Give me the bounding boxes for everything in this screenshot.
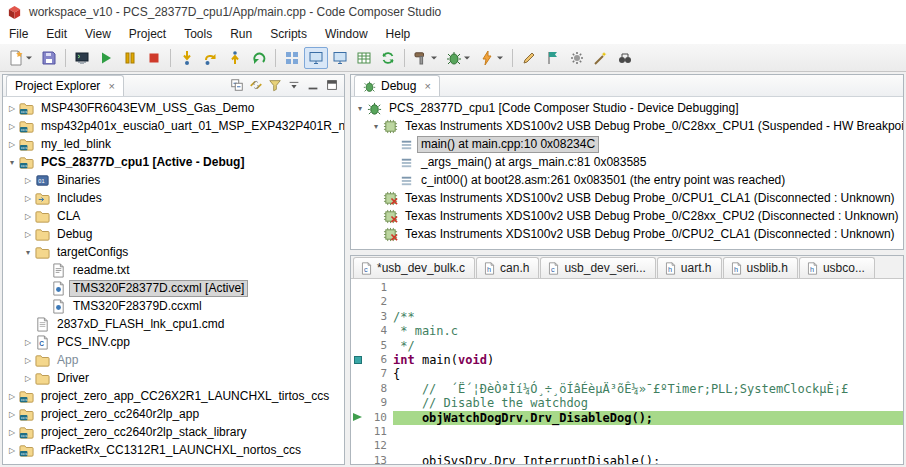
menu-window[interactable]: Window	[316, 25, 377, 43]
save-button[interactable]	[37, 47, 61, 69]
maximize-icon[interactable]	[325, 78, 339, 92]
expander-icon[interactable]: ▷	[6, 104, 18, 113]
line-number[interactable]: 11	[365, 425, 393, 439]
new-file-button[interactable]	[4, 47, 37, 69]
close-icon[interactable]: ×	[424, 81, 430, 92]
tree-item-active-project[interactable]: ▾PCS_28377D_cpu1 [Active - Debug]	[3, 153, 344, 171]
filter-icon[interactable]	[268, 78, 282, 92]
stack-frame-item-selected[interactable]: main() at main.cpp:10 0x08234C	[351, 135, 903, 153]
line-number[interactable]: 2	[365, 295, 393, 309]
line-number[interactable]: 7	[365, 367, 393, 381]
editor-tab[interactable]: *usb_dev_bulk.c	[353, 257, 475, 278]
editor-tab[interactable]: usb_dev_seri...	[540, 257, 655, 278]
link-with-editor-icon[interactable]	[249, 78, 263, 92]
view-menu-icon[interactable]	[287, 78, 301, 92]
tree-item[interactable]: ▷Debug	[3, 225, 344, 243]
code-line[interactable]: 2	[351, 295, 903, 309]
tree-item[interactable]: ▷Binaries	[3, 171, 344, 189]
expander-icon[interactable]: ▷	[22, 176, 34, 185]
restart-button[interactable]	[247, 47, 271, 69]
menu-project[interactable]: Project	[120, 25, 175, 43]
stack-frame-item[interactable]: _args_main() at args_main.c:81 0x083585	[351, 153, 903, 171]
line-number[interactable]: 10	[365, 411, 393, 425]
tree-item[interactable]: TMS320F28379D.ccxml	[3, 297, 344, 315]
expander-icon[interactable]: ▷	[22, 230, 34, 239]
line-number[interactable]: 13	[365, 454, 393, 464]
editor-tab[interactable]: usbco...	[799, 257, 875, 278]
code-line[interactable]: 12	[351, 439, 903, 453]
menu-tools[interactable]: Tools	[175, 25, 221, 43]
line-number[interactable]: 4	[365, 324, 393, 338]
step-into-button[interactable]	[175, 47, 199, 69]
code-line[interactable]: 9 // Disable the watchdog	[351, 396, 903, 410]
line-number[interactable]: 5	[365, 339, 393, 353]
expander-icon[interactable]: ▷	[22, 194, 34, 203]
expander-icon[interactable]: ▷	[6, 410, 18, 419]
target-console-button[interactable]	[328, 47, 352, 69]
expander-icon[interactable]: ▾	[370, 122, 382, 131]
tree-item[interactable]: readme.txt	[3, 261, 344, 279]
refresh-button[interactable]	[376, 47, 400, 69]
tree-item[interactable]: ▷CLA	[3, 207, 344, 225]
expander-icon[interactable]: ▷	[22, 374, 34, 383]
expander-icon[interactable]: ▷	[6, 392, 18, 401]
tree-item[interactable]: ▷PCS_INV.cpp	[3, 333, 344, 351]
expander-icon[interactable]: ▷	[22, 212, 34, 221]
line-number[interactable]: 1	[365, 281, 393, 295]
menu-edit[interactable]: Edit	[37, 25, 76, 43]
close-icon[interactable]: ×	[108, 81, 114, 92]
tree-item[interactable]: ▷Driver	[3, 369, 344, 387]
menu-view[interactable]: View	[76, 25, 120, 43]
tab-project-explorer[interactable]: Project Explorer ×	[6, 75, 124, 96]
tree-item[interactable]: ▷Includes	[3, 189, 344, 207]
suspend-button[interactable]	[118, 47, 142, 69]
debug-core-item[interactable]: Texas Instruments XDS100v2 USB Debug Pro…	[351, 225, 903, 243]
expander-icon[interactable]: ▷	[22, 338, 34, 347]
code-line[interactable]: 1	[351, 281, 903, 295]
flash-button[interactable]	[475, 47, 508, 69]
tree-item[interactable]: ▷project_zero_cc2640r2lp_stack_library	[3, 423, 344, 441]
flag-button[interactable]	[541, 47, 565, 69]
menu-help[interactable]: Help	[377, 25, 420, 43]
code-line[interactable]: 6int main(void)	[351, 353, 903, 367]
editor-tab[interactable]: usblib.h	[723, 257, 798, 278]
code-line[interactable]: 7{	[351, 367, 903, 381]
tree-item[interactable]: ▾targetConfigs	[3, 243, 344, 261]
tree-item[interactable]: ▷my_led_blink	[3, 135, 344, 153]
code-line[interactable]: 4 * main.c	[351, 324, 903, 338]
tree-item[interactable]: ▷MSP430FR6043EVM_USS_Gas_Demo	[3, 99, 344, 117]
expander-icon[interactable]: ▷	[22, 356, 34, 365]
settings-button[interactable]	[565, 47, 589, 69]
debug-button[interactable]	[442, 47, 475, 69]
wand-button[interactable]	[589, 47, 613, 69]
tree-item[interactable]: ▷project_zero_app_CC26X2R1_LAUNCHXL_tirt…	[3, 387, 344, 405]
debug-core-item[interactable]: Texas Instruments XDS100v2 USB Debug Pro…	[351, 189, 903, 207]
code-line[interactable]: 13 objSysDrv.Drv_InterruptDisable();	[351, 454, 903, 464]
console-button[interactable]	[70, 47, 94, 69]
stack-frame-item[interactable]: c_int00() at boot28.asm:261 0x083501 (th…	[351, 171, 903, 189]
minimize-icon[interactable]	[306, 78, 320, 92]
expander-icon[interactable]: ▷	[6, 140, 18, 149]
expander-icon[interactable]: ▾	[22, 248, 34, 257]
debug-core-item[interactable]: ▾Texas Instruments XDS100v2 USB Debug Pr…	[351, 117, 903, 135]
collapse-all-icon[interactable]	[230, 78, 244, 92]
code-line[interactable]: 3/**	[351, 310, 903, 324]
expander-icon[interactable]: ▷	[6, 446, 18, 455]
step-return-button[interactable]	[223, 47, 247, 69]
editor-tab[interactable]: uart.h	[657, 257, 722, 278]
code-line[interactable]: 11	[351, 425, 903, 439]
tree-item[interactable]: ▷App	[3, 351, 344, 369]
annotate-button[interactable]	[517, 47, 541, 69]
view-grid-button[interactable]	[280, 47, 304, 69]
expander-icon[interactable]: ▷	[6, 428, 18, 437]
tree-item-selected[interactable]: TMS320F28377D.ccxml [Active]	[3, 279, 344, 297]
tree-item[interactable]: ▷rfPacketRx_CC1312R1_LAUNCHXL_nortos_ccs	[3, 441, 344, 459]
line-number[interactable]: 8	[365, 382, 393, 396]
line-number[interactable]: 6	[365, 353, 393, 367]
resume-button[interactable]	[94, 47, 118, 69]
terminate-button[interactable]	[142, 47, 166, 69]
code-line[interactable]: 5 */	[351, 339, 903, 353]
code-line-current[interactable]: 10 objWatchDogDrv.Drv_DisableDog();	[351, 411, 903, 425]
line-number[interactable]: 3	[365, 310, 393, 324]
memory-browser-button[interactable]	[304, 47, 328, 69]
